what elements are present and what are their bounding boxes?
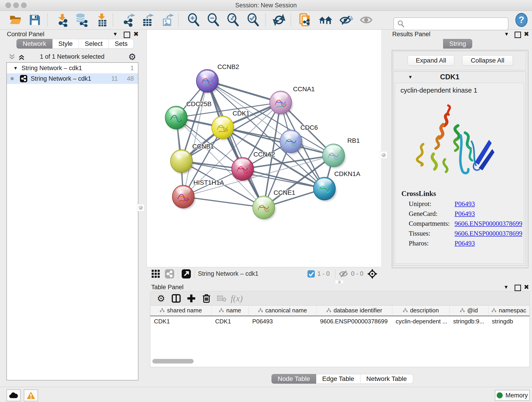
gene-disclosure-triangle[interactable]: ▼ bbox=[408, 75, 413, 80]
warnings-button[interactable] bbox=[24, 389, 38, 401]
node-table[interactable]: shared namenamecanonical namedatabase id… bbox=[150, 305, 530, 367]
export-network-button[interactable] bbox=[121, 13, 136, 27]
save-session-button[interactable] bbox=[27, 13, 42, 27]
table-options-gear-icon[interactable]: ⚙ bbox=[153, 293, 169, 304]
detach-view-icon[interactable] bbox=[181, 269, 191, 279]
string-home-button[interactable] bbox=[318, 13, 333, 27]
network-collection-row[interactable]: ▼ String Network – cdk1 1 bbox=[7, 63, 138, 73]
tab-style[interactable]: Style bbox=[52, 39, 79, 49]
import-table-button[interactable] bbox=[94, 13, 109, 27]
import-network-database-button[interactable] bbox=[74, 13, 89, 27]
memory-button[interactable]: Memory bbox=[495, 390, 530, 401]
column-header-name[interactable]: name bbox=[211, 306, 249, 316]
export-table-button[interactable] bbox=[140, 13, 155, 27]
crosslink-link[interactable]: 9606.ENSP00000378699 bbox=[455, 230, 522, 237]
add-column-icon[interactable] bbox=[184, 293, 199, 304]
column-header-shared-name[interactable]: shared name bbox=[150, 306, 211, 316]
table-panel-float-icon[interactable] bbox=[515, 285, 521, 291]
houses-icon bbox=[318, 14, 333, 26]
gene-section-header[interactable]: ▼ CDK1 bbox=[393, 72, 526, 82]
network-node-CCNB1[interactable]: CCNB1 bbox=[171, 143, 214, 173]
results-panel-close-icon[interactable]: ✖ bbox=[524, 30, 529, 38]
tab-edge-table[interactable]: Edge Table bbox=[316, 374, 360, 384]
tab-string[interactable]: String bbox=[443, 39, 472, 49]
network-node-RB1[interactable]: RB1 bbox=[323, 137, 360, 168]
collection-disclosure-triangle[interactable]: ▼ bbox=[13, 65, 18, 71]
tab-sets[interactable]: Sets bbox=[109, 39, 134, 49]
table-panel-title: Table Panel bbox=[151, 284, 184, 291]
show-all-button[interactable] bbox=[359, 13, 374, 27]
tab-network[interactable]: Network bbox=[17, 39, 52, 49]
network-node-CDC25B[interactable]: CDC25B bbox=[165, 100, 211, 130]
crosslink-link[interactable]: P06493 bbox=[455, 200, 475, 208]
table-cell: stringdb bbox=[488, 316, 530, 327]
save-floppy-icon bbox=[29, 14, 41, 26]
zoom-fit-button[interactable] bbox=[225, 13, 240, 27]
network-node-CCNA1[interactable]: CCNA1 bbox=[270, 85, 315, 115]
selected-count-checkbox-icon[interactable] bbox=[307, 270, 315, 278]
network-grid-view-icon[interactable] bbox=[151, 269, 160, 279]
results-panel-menu-caret[interactable]: ▼ bbox=[504, 31, 509, 37]
hide-selected-button[interactable] bbox=[339, 13, 353, 27]
network-options-gear-icon[interactable]: ⚙ bbox=[128, 52, 136, 62]
crosslink-link[interactable]: P06493 bbox=[455, 240, 475, 247]
control-panel-menu-caret[interactable]: ▼ bbox=[113, 31, 118, 37]
network-edge-CDK1-RB1[interactable] bbox=[223, 128, 334, 155]
results-panel-float-icon[interactable] bbox=[515, 32, 521, 38]
network-edge-CCNB2-CCNE1[interactable] bbox=[207, 81, 264, 207]
copy-network-button[interactable] bbox=[298, 13, 312, 27]
collapse-all-button[interactable]: Collapse All bbox=[462, 55, 513, 66]
cloud-status-button[interactable] bbox=[6, 389, 21, 401]
function-builder-icon[interactable]: f(x) bbox=[229, 293, 244, 304]
network-node-CDKN1A[interactable]: CDKN1A bbox=[313, 170, 360, 201]
apply-layout-button[interactable] bbox=[272, 13, 286, 27]
birds-eye-crosshair-icon[interactable] bbox=[367, 269, 378, 279]
current-network-name: String Network – cdk1 bbox=[198, 270, 259, 277]
network-node-label: CDC25B bbox=[186, 100, 211, 108]
network-graph[interactable]: CCNB2CCNA1CDC25BCDK1CDC6RB1CCNB1CCNA2CDK… bbox=[147, 30, 381, 267]
network-view-canvas[interactable]: CCNB2CCNA1CDC25BCDK1CDC6RB1CCNB1CCNA2CDK… bbox=[147, 30, 381, 267]
left-splitter-handle[interactable] bbox=[137, 204, 144, 211]
search-input[interactable] bbox=[407, 19, 508, 29]
open-session-button[interactable] bbox=[8, 13, 23, 27]
column-header-description[interactable]: description bbox=[392, 306, 450, 316]
application-window: Session: New Session bbox=[0, 0, 532, 402]
hidden-count-eye-slash-icon[interactable] bbox=[339, 270, 349, 278]
column-header--id[interactable]: @id bbox=[450, 306, 488, 316]
control-panel-close-icon[interactable]: ✖ bbox=[133, 30, 139, 38]
table-row[interactable]: CDK1CDK1P064939606.ENSP00000378699cyclin… bbox=[150, 316, 530, 327]
network-single-view-icon[interactable] bbox=[165, 269, 175, 279]
tab-node-table[interactable]: Node Table bbox=[272, 374, 316, 384]
crosslink-link[interactable]: 9606.ENSP00000378699 bbox=[455, 220, 522, 227]
table-cell: CDK1 bbox=[150, 316, 211, 327]
show-columns-icon[interactable] bbox=[169, 293, 184, 304]
table-horizontal-scrollbar[interactable] bbox=[152, 359, 194, 364]
crosslink-link[interactable]: P06493 bbox=[455, 210, 475, 217]
export-table-icon bbox=[141, 13, 154, 27]
delete-table-icon[interactable] bbox=[214, 293, 229, 304]
table-panel-close-icon[interactable]: ✖ bbox=[524, 283, 529, 291]
protein-structure-image bbox=[407, 100, 494, 183]
zoom-in-button[interactable] bbox=[186, 13, 201, 27]
title-bar: Session: New Session bbox=[0, 0, 532, 11]
export-image-button[interactable] bbox=[160, 13, 175, 27]
expand-all-button[interactable]: Expand All bbox=[408, 55, 454, 66]
column-header-database-identifier[interactable]: database identifier bbox=[317, 306, 392, 316]
column-header-canonical-name[interactable]: canonical name bbox=[249, 306, 317, 316]
zoom-selected-button[interactable] bbox=[246, 13, 260, 27]
network-edge-CCNE1-HIST1H1A[interactable] bbox=[183, 197, 264, 207]
network-row-selected[interactable]: String Network – cdk1 11 48 bbox=[7, 73, 138, 84]
table-panel-menu-caret[interactable]: ▼ bbox=[504, 284, 509, 290]
control-panel-tabs: NetworkStyleSelectSets bbox=[17, 39, 134, 49]
import-network-file-button[interactable] bbox=[55, 13, 70, 27]
zoom-out-button[interactable] bbox=[206, 13, 220, 27]
help-button[interactable]: ? bbox=[514, 13, 529, 27]
delete-column-trash-icon[interactable] bbox=[199, 293, 214, 304]
tab-select[interactable]: Select bbox=[79, 39, 109, 49]
network-node-CCNE1[interactable]: CCNE1 bbox=[253, 189, 295, 220]
table-cell: P06493 bbox=[249, 316, 317, 327]
network-node-HIST1H1A[interactable]: HIST1H1A bbox=[172, 179, 224, 209]
control-panel-float-icon[interactable] bbox=[124, 32, 130, 38]
column-header-namespac[interactable]: namespac bbox=[488, 306, 530, 316]
tab-network-table[interactable]: Network Table bbox=[360, 374, 413, 384]
